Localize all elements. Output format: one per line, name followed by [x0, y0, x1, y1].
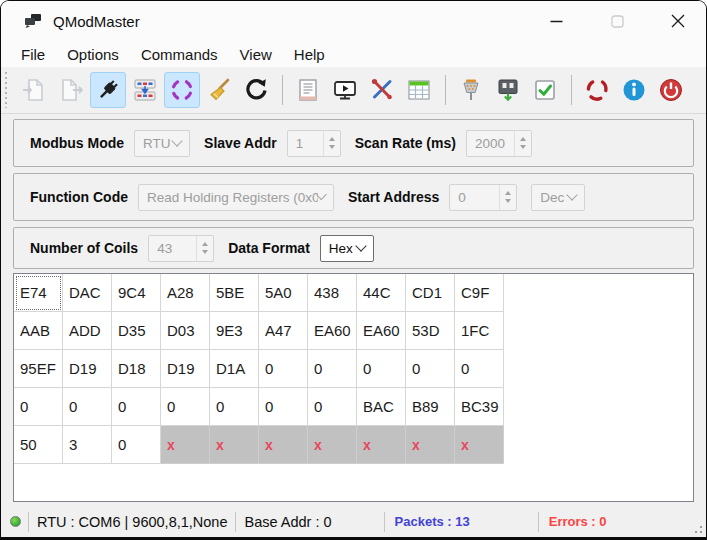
register-cell[interactable]: D03: [161, 312, 210, 350]
app-icon: [23, 11, 43, 31]
reload-button[interactable]: [238, 72, 274, 108]
register-cell[interactable]: 0: [259, 388, 308, 426]
close-button[interactable]: [656, 1, 700, 41]
clear-broom-icon: [206, 77, 232, 103]
register-cell[interactable]: D18: [112, 350, 161, 388]
clear-button[interactable]: [201, 72, 237, 108]
register-cell[interactable]: 9C4: [112, 274, 161, 312]
tcp-settings-icon: [495, 77, 521, 103]
register-cell[interactable]: A47: [259, 312, 308, 350]
register-cell[interactable]: 5A0: [259, 274, 308, 312]
qmodmaster-window: QModMaster File Options Commands View He…: [0, 0, 707, 540]
coils-format-panel: Number of Coils 43 Data Format Hex: [13, 227, 694, 269]
register-cell[interactable]: 0: [161, 388, 210, 426]
data-format-select[interactable]: Hex: [320, 235, 374, 262]
log-button[interactable]: [290, 72, 326, 108]
register-cell[interactable]: 0: [308, 350, 357, 388]
register-cell[interactable]: 0: [308, 388, 357, 426]
modbus-mode-select: RTU: [134, 130, 190, 157]
register-cell[interactable]: 53D: [406, 312, 455, 350]
spinner-arrows: [323, 131, 340, 156]
register-cell[interactable]: 0: [14, 388, 63, 426]
settings-button[interactable]: [364, 72, 400, 108]
register-cell[interactable]: CD1: [406, 274, 455, 312]
register-cell[interactable]: 0: [455, 350, 504, 388]
register-cell[interactable]: 0: [357, 350, 406, 388]
register-cell[interactable]: B89: [406, 388, 455, 426]
settings-tools-icon: [369, 77, 395, 103]
register-cell[interactable]: BAC: [357, 388, 406, 426]
register-cell[interactable]: A28: [161, 274, 210, 312]
connection-status: RTU : COM6 | 9600,8,1,None: [37, 514, 227, 530]
status-separator: [538, 512, 539, 532]
title-bar: QModMaster: [1, 1, 706, 41]
register-cell[interactable]: D19: [63, 350, 112, 388]
register-cell[interactable]: D19: [161, 350, 210, 388]
register-cell[interactable]: 1FC: [455, 312, 504, 350]
register-cell[interactable]: EA60: [357, 312, 406, 350]
register-cell[interactable]: AAB: [14, 312, 63, 350]
register-cell[interactable]: 0: [210, 388, 259, 426]
register-cell[interactable]: 0: [406, 350, 455, 388]
errors-counter: Errors : 0: [549, 514, 607, 529]
status-separator: [384, 512, 385, 532]
register-cell[interactable]: 0: [63, 388, 112, 426]
minimize-button[interactable]: [534, 1, 578, 41]
register-cell[interactable]: 9E3: [210, 312, 259, 350]
bus-monitor-button[interactable]: [327, 72, 363, 108]
open-log-icon: [295, 77, 321, 103]
register-cell[interactable]: C9F: [455, 274, 504, 312]
spinner-arrows: [499, 185, 516, 210]
status-separator: [28, 512, 29, 532]
serial-settings-button[interactable]: [453, 72, 489, 108]
register-cell[interactable]: D35: [112, 312, 161, 350]
file-import-button: [16, 72, 52, 108]
resize-grip[interactable]: [690, 521, 702, 533]
register-cell[interactable]: EA60: [308, 312, 357, 350]
register-cell[interactable]: 5BE: [210, 274, 259, 312]
register-cell[interactable]: 0: [112, 426, 161, 464]
register-cell[interactable]: BC39: [455, 388, 504, 426]
register-cell: x: [308, 426, 357, 464]
register-cell[interactable]: 3: [63, 426, 112, 464]
tcp-settings-button[interactable]: [490, 72, 526, 108]
register-cell[interactable]: D1A: [210, 350, 259, 388]
about-info-icon: [621, 77, 647, 103]
register-cell: x: [259, 426, 308, 464]
function-code-panel: Function Code Read Holding Registers (0x…: [13, 173, 694, 221]
menu-file[interactable]: File: [10, 44, 56, 65]
register-cell[interactable]: 95EF: [14, 350, 63, 388]
slave-addr-spinner: 1: [287, 130, 341, 157]
read-write-button[interactable]: [127, 72, 163, 108]
register-cell[interactable]: 0: [112, 388, 161, 426]
spinner-arrows: [514, 131, 531, 156]
registers-table-container: E74DAC9C4A285BE5A043844CCD1C9FAABADDD35D…: [13, 273, 694, 502]
apply-button[interactable]: [527, 72, 563, 108]
register-cell[interactable]: 438: [308, 274, 357, 312]
menu-help[interactable]: Help: [283, 44, 336, 65]
start-address-label: Start Address: [348, 189, 439, 205]
scan-button[interactable]: [164, 72, 200, 108]
exit-button[interactable]: [653, 72, 689, 108]
connect-button[interactable]: [90, 72, 126, 108]
toolbar-drag-handle[interactable]: [4, 72, 8, 108]
register-cell[interactable]: ADD: [63, 312, 112, 350]
start-address-spinner: 0: [449, 184, 517, 211]
registers-table-button[interactable]: [401, 72, 437, 108]
about-button[interactable]: [616, 72, 652, 108]
register-cell[interactable]: E74: [14, 274, 63, 312]
register-cell[interactable]: DAC: [63, 274, 112, 312]
register-cell[interactable]: 44C: [357, 274, 406, 312]
window-title: QModMaster: [53, 13, 140, 30]
menu-commands[interactable]: Commands: [130, 44, 229, 65]
maximize-button[interactable]: [595, 1, 639, 41]
sync-button[interactable]: [579, 72, 615, 108]
menu-options[interactable]: Options: [56, 44, 130, 65]
register-cell[interactable]: 50: [14, 426, 63, 464]
connect-plug-icon: [95, 77, 121, 103]
number-of-coils-spinner: 43: [148, 235, 214, 262]
toolbar-separator: [445, 75, 446, 105]
status-bar: RTU : COM6 | 9600,8,1,None Base Addr : 0…: [1, 506, 706, 537]
menu-view[interactable]: View: [229, 44, 283, 65]
register-cell[interactable]: 0: [259, 350, 308, 388]
